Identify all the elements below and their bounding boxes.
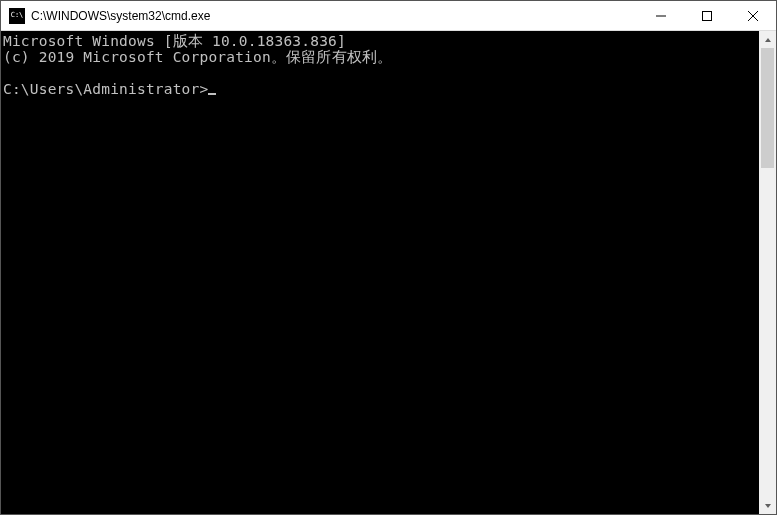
scroll-up-button[interactable]	[759, 31, 776, 48]
terminal-prompt: C:\Users\Administrator>	[3, 81, 208, 97]
scrollbar-track[interactable]	[759, 48, 776, 497]
svg-marker-5	[765, 504, 771, 508]
window-controls	[638, 1, 776, 30]
terminal-prompt-line: C:\Users\Administrator>	[3, 81, 759, 97]
terminal-line: (c) 2019 Microsoft Corporation。保留所有权利。	[3, 49, 759, 65]
cursor	[208, 93, 216, 95]
cmd-window: C:\WINDOWS\system32\cmd.exe Microsoft Wi…	[0, 0, 777, 515]
scroll-down-button[interactable]	[759, 497, 776, 514]
terminal-line: Microsoft Windows [版本 10.0.18363.836]	[3, 33, 759, 49]
svg-marker-4	[765, 38, 771, 42]
minimize-button[interactable]	[638, 1, 684, 30]
titlebar[interactable]: C:\WINDOWS\system32\cmd.exe	[1, 1, 776, 31]
scrollbar-thumb[interactable]	[761, 48, 774, 168]
cmd-icon	[9, 8, 25, 24]
terminal-blank-line	[3, 65, 759, 81]
svg-rect-1	[703, 11, 712, 20]
maximize-button[interactable]	[684, 1, 730, 30]
window-title: C:\WINDOWS\system32\cmd.exe	[31, 9, 638, 23]
close-button[interactable]	[730, 1, 776, 30]
terminal[interactable]: Microsoft Windows [版本 10.0.18363.836](c)…	[1, 31, 759, 514]
terminal-container: Microsoft Windows [版本 10.0.18363.836](c)…	[1, 31, 776, 514]
vertical-scrollbar[interactable]	[759, 31, 776, 514]
